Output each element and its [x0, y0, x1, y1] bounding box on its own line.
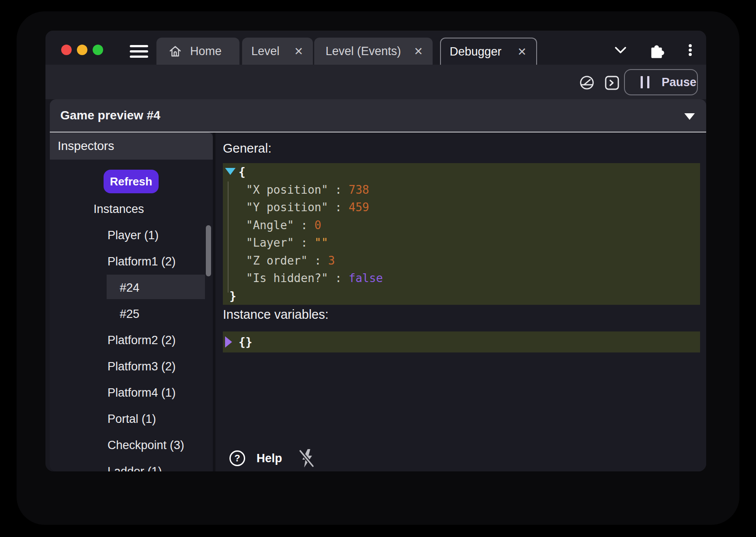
main-menu-icon[interactable] — [130, 45, 148, 58]
app-window: Home Level ✕ Level (Events) ✕ Debugger ✕ — [45, 31, 706, 471]
close-tab-icon[interactable]: ✕ — [294, 46, 303, 57]
help-button[interactable]: ? Help — [229, 450, 282, 467]
pause-icon — [641, 76, 649, 88]
instance-variables-label: Instance variables: — [223, 307, 329, 322]
tree-item-platform2[interactable]: Platform2 (2) — [50, 327, 213, 353]
expand-node-icon[interactable] — [225, 336, 232, 348]
close-tab-icon[interactable]: ✕ — [414, 46, 423, 57]
tab-level[interactable]: Level ✕ — [242, 38, 313, 65]
tree-item-platform1[interactable]: Platform1 (2) — [50, 248, 213, 275]
dropdown-caret-icon — [684, 113, 695, 120]
tree-item-instance-25[interactable]: #25 — [50, 301, 213, 327]
tab-label: Home — [190, 45, 222, 58]
screenshot-stage: Home Level ✕ Level (Events) ✕ Debugger ✕ — [0, 0, 756, 537]
json-value: 459 — [349, 201, 369, 214]
inspector-detail: General: { "X position" : 738 "Y positio… — [215, 133, 706, 471]
tree-item-platform3[interactable]: Platform3 (2) — [50, 353, 213, 380]
inspectors-header: Inspectors — [50, 133, 213, 160]
tree-item-platform4[interactable]: Platform4 (1) — [50, 380, 213, 406]
tab-debugger-active[interactable]: Debugger ✕ — [440, 38, 537, 65]
collapse-node-icon[interactable] — [225, 168, 236, 175]
json-row-angle: "Angle" : 0 — [223, 216, 700, 234]
json-row-layer: "Layer" : "" — [223, 234, 700, 252]
tab-label: Level — [251, 45, 280, 58]
json-row-y-position: "Y position" : 459 — [223, 199, 700, 216]
maximize-window-button[interactable] — [93, 45, 103, 55]
tree-item-checkpoint[interactable]: Checkpoint (3) — [50, 432, 213, 458]
close-brace: } — [229, 289, 236, 303]
json-row-x-position: "X position" : 738 — [223, 181, 700, 199]
more-options-icon[interactable] — [689, 44, 692, 57]
open-brace: { — [239, 165, 246, 178]
flash-off-icon[interactable] — [298, 448, 316, 468]
json-value: 0 — [315, 219, 322, 232]
json-value: "" — [315, 236, 328, 249]
game-preview-title: Game preview #4 — [60, 108, 160, 122]
tree-item-instance-24-selected[interactable]: #24 — [50, 275, 213, 301]
instance-variables-viewer: {} — [223, 331, 700, 352]
json-row-is-hidden: "Is hidden?" : false — [223, 269, 700, 287]
sidebar-scrollbar-thumb[interactable] — [206, 225, 211, 276]
close-window-button[interactable] — [61, 45, 72, 55]
console-icon[interactable] — [605, 76, 619, 90]
inspectors-header-label: Inspectors — [58, 139, 114, 153]
pause-button[interactable]: Pause — [624, 69, 698, 95]
general-json-viewer: { "X position" : 738 "Y position" : 459 … — [223, 163, 700, 305]
traffic-lights — [61, 45, 103, 55]
indent-guide — [228, 181, 229, 293]
tree-item-ladder[interactable]: Ladder (1) — [50, 458, 213, 471]
tab-label: Level (Events) — [326, 45, 401, 58]
json-value: 3 — [328, 254, 335, 267]
json-value: 738 — [349, 183, 369, 196]
debugger-panel: Game preview #4 Inspectors Refresh Insta… — [50, 99, 706, 471]
question-circle-icon: ? — [229, 450, 246, 467]
variables-value: {} — [239, 335, 252, 349]
tab-level-events[interactable]: Level (Events) ✕ — [314, 38, 433, 65]
general-label: General: — [223, 141, 271, 156]
tree-item-instances[interactable]: Instances — [50, 196, 213, 222]
extensions-puzzle-icon[interactable] — [648, 41, 664, 59]
inspectors-sidebar: Inspectors Refresh Instances Player (1) … — [50, 133, 213, 471]
chevron-down-icon[interactable] — [614, 46, 627, 54]
tab-label: Debugger — [450, 45, 502, 59]
home-icon — [168, 44, 182, 58]
help-label: Help — [257, 452, 282, 465]
json-row-z-order: "Z order" : 3 — [223, 252, 700, 270]
close-tab-icon[interactable]: ✕ — [517, 46, 527, 57]
minimize-window-button[interactable] — [77, 45, 87, 55]
pause-label: Pause — [662, 76, 697, 89]
svg-text:?: ? — [234, 453, 240, 464]
refresh-button[interactable]: Refresh — [104, 170, 159, 193]
instances-tree: Instances Player (1) Platform1 (2) #24 # — [50, 196, 213, 471]
tab-home[interactable]: Home — [156, 38, 239, 65]
debugger-toolbar: Pause — [45, 65, 706, 99]
tree-item-player[interactable]: Player (1) — [50, 222, 213, 248]
game-preview-dropdown[interactable]: Game preview #4 — [50, 99, 706, 133]
profiler-gauge-icon[interactable] — [579, 75, 594, 90]
help-row: ? Help — [229, 448, 316, 468]
json-value: false — [349, 272, 383, 285]
tree-item-portal[interactable]: Portal (1) — [50, 406, 213, 432]
tab-bar: Home Level ✕ Level (Events) ✕ Debugger ✕ — [45, 31, 706, 65]
panel-body: Inspectors Refresh Instances Player (1) … — [50, 133, 706, 471]
